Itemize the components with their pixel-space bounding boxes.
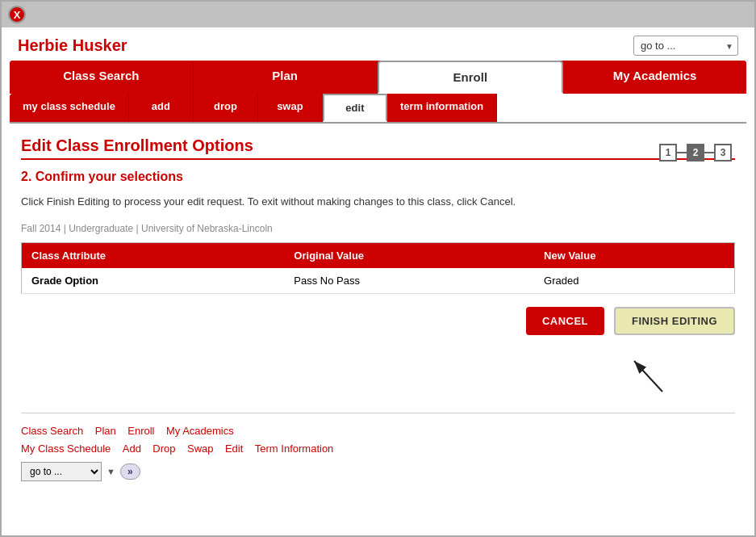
cancel-button[interactable]: Cancel [526,307,604,335]
cell-new-value: Graded [534,268,734,294]
footer-link-my-academics[interactable]: My Academics [166,423,234,437]
subtab-my-class-schedule[interactable]: my class schedule [10,94,129,122]
enrollment-table: Class Attribute Original Value New Value… [21,242,735,294]
sub-nav: my class schedule add drop swap edit ter… [10,94,746,124]
footer-link-add[interactable]: Add [123,441,141,455]
footer-links: Class Search Plan Enroll My Academics My… [2,413,754,485]
page-title: Edit Class Enrollment Options [21,136,735,160]
context-info: Fall 2014 | Undergraduate | University o… [21,223,735,234]
tab-plan[interactable]: Plan [194,61,378,94]
col-original-value: Original Value [284,242,534,268]
footer-link-enroll[interactable]: Enroll [127,423,154,437]
table-row: Grade Option Pass No Pass Graded [22,268,735,294]
finish-editing-button[interactable]: Finish Editing [614,307,735,335]
footer-goto-button[interactable]: » [120,464,140,480]
footer-link-edit[interactable]: Edit [225,441,243,455]
goto-wrapper[interactable]: go to ... Class Search Plan Enroll My Ac… [633,36,738,56]
section-title: 2. Confirm your selections [21,170,735,184]
main-window: X Herbie Husker go to ... Class Search P… [0,0,756,537]
page-body: Edit Class Enrollment Options 1 2 3 2. C… [2,124,754,413]
header-bar: Herbie Husker go to ... Class Search Pla… [2,27,754,61]
footer-goto-select[interactable]: go to ... [21,462,102,481]
step-1-box: 1 [659,144,677,162]
footer-link-drop[interactable]: Drop [152,441,175,455]
step-line-1 [677,152,687,153]
close-button[interactable]: X [8,6,26,23]
title-row: Edit Class Enrollment Options 1 2 3 [21,136,735,170]
user-name: Herbie Husker [18,36,127,55]
tab-my-academics[interactable]: My Academics [563,61,746,94]
step-2-box: 2 [687,144,704,162]
step-3-box: 3 [714,144,732,162]
footer-link-term-information[interactable]: Term Information [255,441,334,455]
step-line-2 [704,152,714,153]
title-bar: X [2,2,754,27]
table-header-row: Class Attribute Original Value New Value [22,242,735,268]
cell-original: Pass No Pass [284,268,534,294]
footer-row-1: Class Search Plan Enroll My Academics [21,423,735,438]
svg-line-1 [634,361,662,392]
subtab-add[interactable]: add [129,94,194,122]
arrow-annotation [21,351,735,400]
page-content: Herbie Husker go to ... Class Search Pla… [2,27,754,485]
step-indicator: 1 2 3 [659,144,732,162]
col-class-attribute: Class Attribute [22,242,285,268]
footer-goto-row: go to ... ▼ » [21,462,735,481]
cell-attribute: Grade Option [22,268,285,294]
subtab-drop[interactable]: drop [194,94,258,122]
goto-select[interactable]: go to ... Class Search Plan Enroll My Ac… [633,36,738,56]
instructions: Click Finish Editing to process your edi… [21,194,735,210]
subtab-edit[interactable]: edit [323,94,387,122]
footer-goto-arrow: ▼ [107,467,115,476]
arrow-svg [590,351,670,396]
tab-class-search[interactable]: Class Search [10,61,194,94]
footer-link-class-search[interactable]: Class Search [21,423,83,437]
tab-enroll[interactable]: Enroll [378,61,564,94]
main-nav: Class Search Plan Enroll My Academics [10,61,746,94]
footer-link-swap[interactable]: Swap [187,441,214,455]
subtab-term-information[interactable]: term information [387,94,497,122]
col-new-value: New Value [534,242,734,268]
subtab-swap[interactable]: swap [258,94,323,122]
footer-row-2: My Class Schedule Add Drop Swap Edit Ter… [21,441,735,455]
footer-link-plan[interactable]: Plan [95,423,116,437]
footer-link-my-class-schedule[interactable]: My Class Schedule [21,441,111,455]
button-row: Cancel Finish Editing [21,307,735,335]
